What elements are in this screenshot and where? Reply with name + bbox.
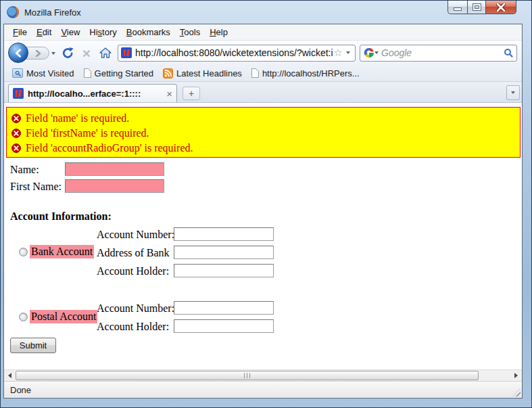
feedback-error: Field 'name' is required. [11, 111, 520, 126]
stop-icon: × [82, 46, 91, 60]
search-box[interactable] [360, 45, 517, 62]
feedback-panel: Field 'name' is required. Field 'firstNa… [6, 107, 521, 158]
close-icon [496, 3, 506, 12]
wicket-favicon [121, 47, 132, 58]
error-text: Field 'name' is required. [26, 112, 129, 124]
postal-account-holder-label: Account Holder: [97, 321, 169, 333]
menu-view[interactable]: View [56, 25, 84, 39]
bookmark-latest-headlines[interactable]: Latest Headlines [160, 67, 245, 80]
list-all-tabs-button[interactable] [506, 85, 520, 100]
firefox-logo-icon [6, 5, 20, 19]
tab-active[interactable]: http://localho...erface=:1:::: × [8, 84, 177, 102]
thumb-grip-icon [244, 373, 250, 378]
name-field[interactable] [65, 162, 164, 176]
arrow-right-icon [514, 373, 518, 378]
submit-button[interactable]: Submit [10, 338, 56, 353]
resize-grip[interactable] [512, 388, 521, 396]
bank-account-radio-label[interactable]: Bank Account [30, 245, 94, 258]
browser-frame: File Edit View History Bookmarks Tools H… [3, 24, 523, 399]
page-icon [84, 68, 91, 78]
menu-tools[interactable]: Tools [175, 25, 205, 39]
error-icon [11, 143, 21, 153]
forward-icon [35, 50, 41, 57]
feedback-error: Field 'accountRadioGroup' is required. [11, 141, 520, 156]
firefox-window: Mozilla Firefox File Edit View History B… [0, 0, 532, 408]
url-input[interactable] [132, 47, 333, 58]
back-forward-dropdown[interactable] [51, 52, 55, 55]
search-icon[interactable] [504, 48, 513, 58]
refresh-button[interactable] [58, 43, 77, 62]
menu-bookmarks[interactable]: Bookmarks [122, 25, 175, 39]
tab-strip: http://localho...erface=:1:::: × + [4, 82, 522, 103]
scrollbar-thumb[interactable] [16, 371, 479, 380]
first-name-field[interactable] [65, 179, 164, 193]
tab-close-icon[interactable]: × [166, 89, 172, 99]
bank-account-number-field[interactable] [174, 227, 274, 241]
bank-address-label: Address of Bank [97, 247, 170, 259]
error-icon [11, 129, 21, 138]
menu-file[interactable]: File [8, 25, 32, 39]
error-text: Field 'accountRadioGroup' is required. [26, 142, 193, 154]
new-tab-button[interactable]: + [183, 87, 200, 100]
search-input[interactable] [379, 47, 504, 58]
error-text: Field 'firstName' is required. [26, 127, 149, 139]
bank-account-number-label: Account Number: [97, 229, 174, 241]
maximize-button[interactable] [467, 1, 486, 14]
bank-account-holder-label: Account Holder: [97, 265, 169, 277]
smart-folder-icon [12, 68, 23, 78]
arrow-left-icon [8, 373, 11, 378]
bookmark-localhost-hrpers[interactable]: http://localhost/HRPers... [248, 67, 363, 80]
stop-button[interactable]: × [77, 43, 96, 62]
back-icon [14, 49, 23, 58]
horizontal-scrollbar[interactable] [4, 369, 522, 381]
postal-account-radio[interactable] [19, 313, 28, 321]
minimize-icon [454, 8, 461, 10]
chevron-down-icon [511, 91, 515, 94]
window-title: Mozilla Firefox [24, 7, 81, 18]
menu-help[interactable]: Help [205, 25, 233, 39]
postal-account-radio-label[interactable]: Postal Account [30, 310, 97, 323]
back-button[interactable] [8, 43, 28, 63]
home-icon [99, 47, 112, 59]
scroll-left-button[interactable] [4, 370, 16, 381]
postal-account-number-field[interactable] [174, 301, 274, 315]
titlebar[interactable]: Mozilla Firefox [1, 1, 531, 24]
plus-icon: + [189, 88, 194, 99]
bank-account-holder-field[interactable] [174, 264, 274, 277]
menu-edit[interactable]: Edit [32, 25, 56, 39]
window-controls [448, 1, 516, 14]
toolbars: × ☆ [4, 41, 522, 82]
rss-icon [163, 68, 173, 78]
refresh-icon [62, 47, 74, 60]
error-icon [11, 114, 21, 123]
navigation-toolbar: × ☆ [4, 41, 522, 65]
close-button[interactable] [486, 1, 516, 14]
page-icon [251, 68, 259, 78]
url-dropdown-icon[interactable] [346, 51, 350, 54]
page-content: Field 'name' is required. Field 'firstNa… [4, 103, 522, 369]
menu-history[interactable]: History [84, 25, 121, 39]
account-information-heading: Account Information: [10, 210, 112, 223]
bookmarks-toolbar: Most Visited Getting Started Latest Head… [4, 65, 522, 81]
status-text: Done [10, 385, 31, 395]
menu-bar: File Edit View History Bookmarks Tools H… [4, 24, 522, 41]
google-logo-icon [364, 47, 374, 58]
feedback-error: Field 'firstName' is required. [11, 126, 520, 141]
bookmark-getting-started[interactable]: Getting Started [80, 67, 157, 80]
tab-title: http://localho...erface=:1:::: [28, 89, 162, 99]
url-bar[interactable]: ☆ [118, 45, 356, 62]
bank-address-field[interactable] [174, 246, 274, 259]
forward-button[interactable] [26, 47, 49, 60]
wicket-favicon [13, 88, 24, 99]
bank-account-radio[interactable] [19, 248, 28, 256]
minimize-button[interactable] [448, 1, 467, 14]
home-button[interactable] [96, 43, 115, 62]
name-label: Name: [10, 164, 39, 176]
bookmark-most-visited[interactable]: Most Visited [9, 67, 78, 80]
maximize-icon [473, 4, 481, 10]
scroll-right-button[interactable] [510, 370, 522, 381]
star-icon[interactable]: ☆ [334, 47, 343, 59]
postal-account-holder-field[interactable] [174, 319, 274, 333]
status-bar: Done [4, 381, 522, 398]
postal-account-number-label: Account Number: [97, 302, 174, 315]
